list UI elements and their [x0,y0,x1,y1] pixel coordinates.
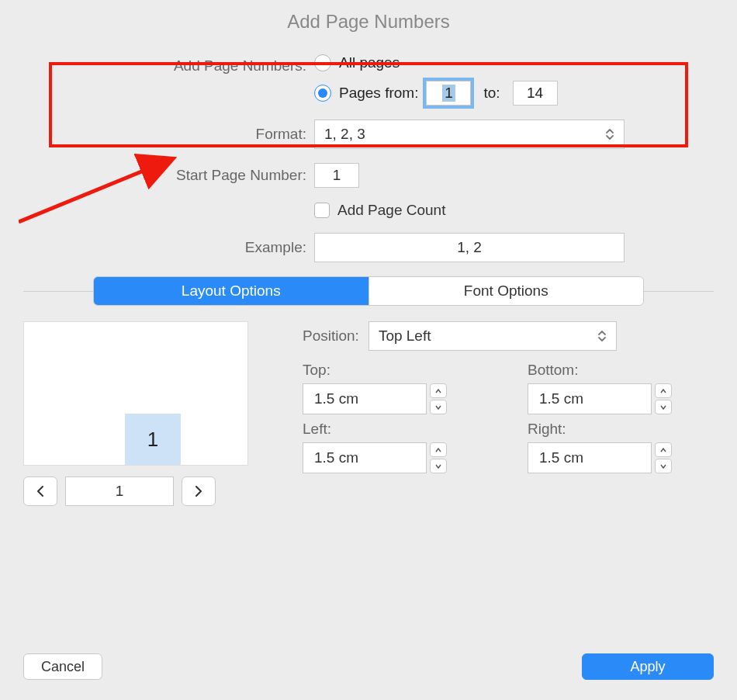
prev-page-button[interactable] [23,476,57,506]
add-page-count-label: Add Page Count [337,202,445,219]
bottom-margin-step-up[interactable] [655,383,672,398]
top-margin-input[interactable]: 1.5 cm [303,383,427,414]
chevron-right-icon [195,486,202,497]
chevron-updown-icon [597,329,607,343]
position-label: Position: [303,327,359,345]
left-margin-step-up[interactable] [430,442,447,457]
format-label: Format: [0,126,314,143]
start-page-input[interactable]: 1 [314,163,359,188]
add-page-count-checkbox[interactable] [314,203,330,218]
left-margin-label: Left: [303,421,489,438]
all-pages-label: All pages [339,54,400,71]
page-preview: 1 [23,321,248,466]
dialog-title: Add Page Numbers [0,0,737,50]
position-select[interactable]: Top Left [368,321,617,351]
add-page-numbers-label: Add Page Numbers: [0,54,314,75]
next-page-button[interactable] [182,476,216,506]
left-margin-step-down[interactable] [430,459,447,473]
chevron-down-icon [660,405,666,410]
apply-button[interactable]: Apply [582,653,714,680]
chevron-up-icon [660,448,666,452]
bottom-margin-step-down[interactable] [655,400,672,414]
format-select[interactable]: 1, 2, 3 [314,120,625,149]
position-value: Top Left [379,327,431,345]
top-margin-label: Top: [303,362,489,379]
example-value: 1, 2 [314,233,625,262]
bottom-margin-input[interactable]: 1.5 cm [528,383,652,414]
pages-from-radio[interactable] [314,85,331,102]
chevron-down-icon [435,464,441,469]
chevron-left-icon [36,486,44,497]
example-label: Example: [0,239,314,256]
preview-page-input[interactable]: 1 [65,476,174,506]
preview-marker: 1 [125,414,181,465]
divider-left [23,291,93,292]
pages-to-input[interactable]: 14 [513,81,558,106]
tab-layout-options[interactable]: Layout Options [94,277,369,305]
divider-right [644,291,714,292]
right-margin-label: Right: [528,421,714,438]
format-value: 1, 2, 3 [324,126,365,143]
chevron-up-icon [435,389,441,393]
chevron-up-icon [660,389,666,393]
cancel-button[interactable]: Cancel [23,653,102,680]
right-margin-input[interactable]: 1.5 cm [528,442,652,473]
chevron-up-icon [435,448,441,452]
start-page-label: Start Page Number: [0,167,314,184]
right-margin-step-down[interactable] [655,459,672,473]
right-margin-step-up[interactable] [655,442,672,457]
bottom-margin-label: Bottom: [528,362,714,379]
tab-font-options[interactable]: Font Options [369,277,644,305]
pages-from-label: Pages from: [339,85,418,102]
top-margin-step-down[interactable] [430,400,447,414]
to-label: to: [483,85,500,102]
top-margin-step-up[interactable] [430,383,447,398]
chevron-down-icon [435,405,441,410]
pages-from-input[interactable]: 1 [426,81,471,106]
left-margin-input[interactable]: 1.5 cm [303,442,427,473]
chevron-down-icon [660,464,666,469]
all-pages-radio[interactable] [314,54,331,71]
chevron-updown-icon [605,127,614,141]
